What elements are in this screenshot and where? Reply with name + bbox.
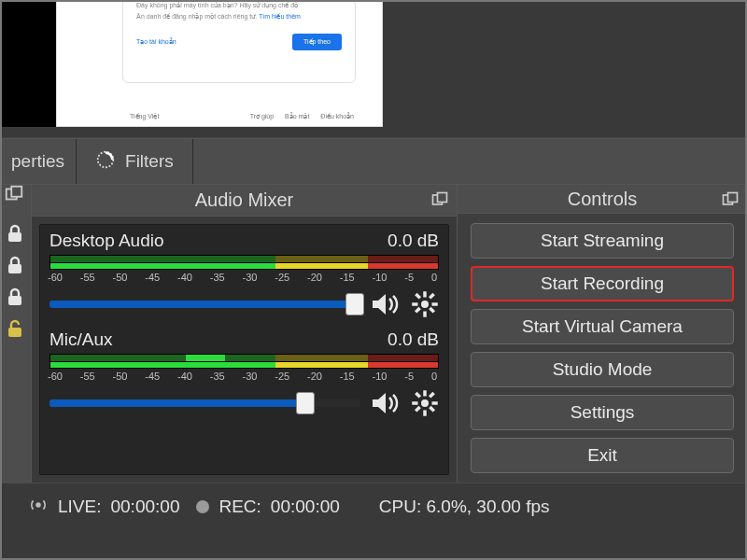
db-tick: -30 <box>243 272 258 283</box>
vu-meter <box>49 354 439 369</box>
db-tick: -20 <box>307 371 322 382</box>
rec-time: 00:00:00 <box>271 497 340 517</box>
filters-label: Filters <box>125 151 174 172</box>
db-tick: -25 <box>275 272 289 283</box>
db-tick: -10 <box>373 371 388 382</box>
footer-terms: Điều khoản <box>320 113 354 119</box>
svg-rect-20 <box>423 411 427 416</box>
rec-label: REC: <box>218 497 261 517</box>
db-tick: -60 <box>48 371 63 382</box>
panels-row: Audio Mixer Desktop Audio 0.0 dB -60-55-… <box>0 185 747 483</box>
db-tick: -40 <box>177 371 192 382</box>
db-tick: -50 <box>113 272 128 283</box>
db-tick: -45 <box>145 371 160 382</box>
status-bar: LIVE: 00:00:00 REC: 00:00:00 CPU: 6.0%, … <box>0 483 747 530</box>
db-tick: -5 <box>404 371 414 382</box>
lock-icon[interactable] <box>4 222 26 245</box>
db-tick: -30 <box>243 371 258 382</box>
gear-icon[interactable] <box>411 389 439 417</box>
svg-rect-21 <box>412 401 417 405</box>
speaker-icon[interactable] <box>370 389 402 417</box>
db-tick: -10 <box>373 272 388 283</box>
slider-thumb[interactable] <box>345 293 364 315</box>
lock-icon[interactable] <box>4 254 26 276</box>
start-recording-button[interactable]: Start Recording <box>471 266 734 301</box>
lock-icon[interactable] <box>4 286 26 308</box>
audio-mixer-body: Desktop Audio 0.0 dB -60-55-50-45-40-35-… <box>39 224 449 475</box>
card-line1: Đây không phải máy tính của bạn? Hãy sử … <box>136 2 342 9</box>
controls-panel: Controls Start Streaming Start Recording… <box>458 185 747 483</box>
footer-help: Trợ giúp <box>250 113 275 119</box>
svg-rect-4 <box>8 264 21 273</box>
db-tick: -15 <box>340 371 355 382</box>
db-tick: 0 <box>431 272 437 283</box>
svg-rect-14 <box>415 293 421 300</box>
rec-status: REC: 00:00:00 <box>196 497 339 517</box>
record-dot-icon <box>196 500 209 513</box>
tab-filters[interactable]: Filters <box>77 149 192 175</box>
popout-icon[interactable] <box>430 190 449 209</box>
channel-name: Mic/Aux <box>49 329 113 350</box>
svg-rect-8 <box>438 193 447 203</box>
footer-privacy: Bảo mật <box>285 113 309 119</box>
db-tick: -55 <box>80 371 95 382</box>
db-tick: -60 <box>48 272 63 283</box>
svg-rect-19 <box>423 390 427 396</box>
svg-rect-10 <box>423 291 427 297</box>
popout-icon[interactable] <box>721 190 740 209</box>
db-tick: -25 <box>275 371 289 382</box>
db-scale: -60-55-50-45-40-35-30-25-20-15-10-50 <box>49 272 439 283</box>
live-time: 00:00:00 <box>110 497 179 517</box>
filters-icon <box>95 149 116 175</box>
speaker-icon[interactable] <box>370 290 402 318</box>
db-tick: 0 <box>431 371 437 382</box>
svg-rect-26 <box>415 406 421 413</box>
db-scale: -60-55-50-45-40-35-30-25-20-15-10-50 <box>49 371 439 382</box>
cpu-status: CPU: 6.0%, 30.00 fps <box>379 497 550 517</box>
start-virtual-camera-button[interactable]: Start Virtual Camera <box>471 309 734 344</box>
db-tick: -55 <box>80 272 95 283</box>
next-button[interactable]: Tiếp theo <box>292 34 342 50</box>
svg-rect-16 <box>429 293 435 300</box>
vu-meter <box>49 255 439 270</box>
channel-db: 0.0 dB <box>388 329 439 350</box>
db-tick: -40 <box>177 272 192 283</box>
start-streaming-button[interactable]: Start Streaming <box>471 223 734 259</box>
svg-rect-28 <box>728 193 738 203</box>
svg-rect-22 <box>432 401 438 405</box>
volume-slider[interactable] <box>49 301 360 308</box>
tab-properties[interactable]: perties <box>0 151 76 172</box>
svg-point-9 <box>421 301 429 308</box>
login-card: Đây không phải máy tính của bạn? Hãy sử … <box>122 0 356 83</box>
svg-point-29 <box>35 502 41 508</box>
preview-footer: Tiếng Việt Trợ giúp Bảo mật Điều khoản <box>130 113 354 120</box>
svg-rect-2 <box>11 187 21 197</box>
audio-mixer-title: Audio Mixer <box>195 189 294 211</box>
channel-name: Desktop Audio <box>49 231 164 251</box>
learn-more-link[interactable]: Tìm hiểu thêm <box>259 13 301 20</box>
db-tick: -35 <box>210 272 225 283</box>
preview-black-strip <box>0 0 56 127</box>
db-tick: -5 <box>404 272 414 283</box>
lock-open-icon[interactable] <box>4 317 26 340</box>
svg-point-18 <box>421 399 429 407</box>
audio-mixer-header: Audio Mixer <box>32 185 457 217</box>
popout-icon[interactable] <box>4 184 24 204</box>
volume-slider[interactable] <box>49 399 360 407</box>
settings-button[interactable]: Settings <box>471 395 734 430</box>
svg-rect-3 <box>8 232 21 242</box>
studio-mode-button[interactable]: Studio Mode <box>471 352 734 387</box>
preview-browser: Đây không phải máy tính của bạn? Hãy sử … <box>56 0 383 127</box>
gear-icon[interactable] <box>411 290 439 318</box>
exit-button[interactable]: Exit <box>471 438 734 473</box>
svg-rect-11 <box>423 312 427 317</box>
footer-lang: Tiếng Việt <box>130 113 159 120</box>
svg-rect-15 <box>429 307 435 314</box>
live-label: LIVE: <box>58 497 101 517</box>
db-tick: -35 <box>210 371 225 382</box>
svg-rect-23 <box>415 392 421 399</box>
channel-db: 0.0 dB <box>388 231 439 251</box>
create-account-link[interactable]: Tạo tài khoản <box>136 38 176 46</box>
mixer-channel: Mic/Aux 0.0 dB -60-55-50-45-40-35-30-25-… <box>49 329 439 417</box>
slider-thumb[interactable] <box>296 392 315 414</box>
